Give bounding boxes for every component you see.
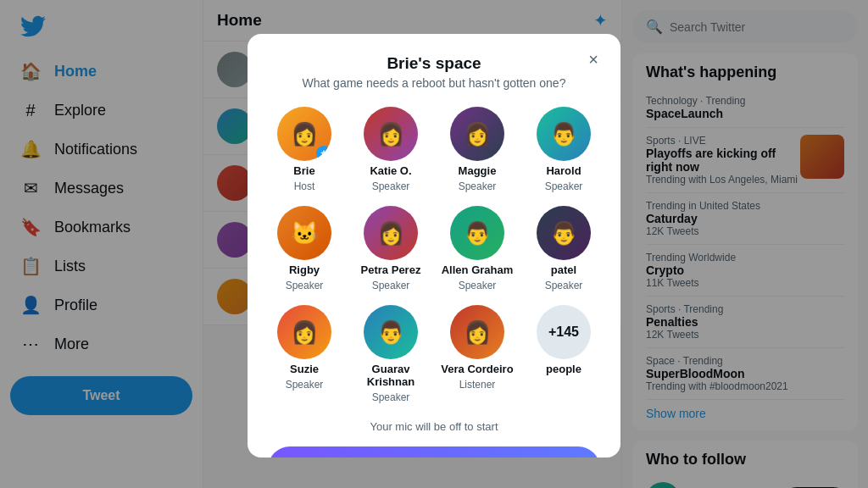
participant-avatar-katie: 👩 [364, 107, 418, 161]
participant-name-vera: Vera Cordeiro [441, 363, 513, 375]
participant-brie: 👩 Brie Host [268, 107, 341, 192]
plus-label: people [546, 363, 581, 375]
participant-role-rigby: Speaker [286, 280, 324, 291]
participant-vera: 👩 Vera Cordeiro Listener [441, 305, 514, 403]
participant-avatar-maggie: 👩 [450, 107, 504, 161]
participant-plus: +145 people [527, 305, 600, 403]
join-space-button[interactable]: Join this space [268, 446, 600, 458]
modal-overlay[interactable]: × Brie's space What game needs a reboot … [0, 0, 868, 488]
participant-role-guarav: Speaker [372, 391, 410, 403]
app-container: 🏠 Home # Explore 🔔 Notifications ✉ Messa… [0, 0, 868, 488]
participant-avatar-rigby: 🐱 [277, 206, 331, 260]
host-badge [316, 146, 331, 161]
participant-role-patel: Speaker [545, 280, 583, 291]
participant-patel: 👨 patel Speaker [527, 206, 600, 291]
participant-maggie: 👩 Maggie Speaker [441, 107, 514, 192]
participant-harold: 👨 Harold Speaker [527, 107, 600, 192]
modal-close-button[interactable]: × [580, 46, 607, 73]
participant-name-katie: Katie O. [370, 164, 411, 177]
participant-allen: 👨 Allen Graham Speaker [441, 206, 514, 291]
participant-rigby: 🐱 Rigby Speaker [268, 206, 341, 291]
participant-name-guarav: Guarav Krishnan [354, 363, 427, 388]
participant-role-brie: Host [294, 180, 315, 192]
participant-avatar-vera: 👩 [450, 305, 504, 359]
space-modal: × Brie's space What game needs a reboot … [248, 34, 620, 458]
participant-avatar-patel: 👨 [537, 206, 591, 260]
participant-role-katie: Speaker [372, 180, 410, 192]
participant-avatar-petra: 👩 [364, 206, 418, 260]
modal-title: Brie's space [268, 54, 600, 73]
mic-notice: Your mic will be off to start [268, 420, 600, 433]
participant-petra: 👩 Petra Perez Speaker [354, 206, 427, 291]
participant-name-maggie: Maggie [459, 164, 497, 177]
participant-role-allen: Speaker [459, 280, 497, 291]
participant-role-petra: Speaker [372, 280, 410, 291]
participant-name-petra: Petra Perez [361, 263, 421, 276]
participant-name-harold: Harold [546, 164, 581, 177]
participant-role-suzie: Speaker [286, 379, 324, 391]
plus-count: +145 [537, 305, 591, 359]
participant-katie: 👩 Katie O. Speaker [354, 107, 427, 192]
participant-role-maggie: Speaker [459, 180, 497, 192]
participant-guarav: 👨 Guarav Krishnan Speaker [354, 305, 427, 403]
participant-avatar-brie: 👩 [277, 107, 331, 161]
participant-name-allen: Allen Graham [442, 263, 514, 276]
participant-avatar-allen: 👨 [450, 206, 504, 260]
participant-avatar-guarav: 👨 [364, 305, 418, 359]
participant-avatar-harold: 👨 [537, 107, 591, 161]
participant-role-vera: Listener [459, 379, 496, 391]
participant-name-rigby: Rigby [289, 263, 320, 276]
participant-role-harold: Speaker [545, 180, 583, 192]
participants-grid: 👩 Brie Host 👩 Katie O. Speaker [268, 107, 600, 403]
participant-avatar-suzie: 👩 [277, 305, 331, 359]
participant-name-brie: Brie [293, 164, 314, 177]
participant-suzie: 👩 Suzie Speaker [268, 305, 341, 403]
participant-name-suzie: Suzie [290, 363, 319, 375]
modal-subtitle: What game needs a reboot but hasn't gott… [268, 76, 600, 90]
participant-name-patel: patel [551, 263, 576, 276]
